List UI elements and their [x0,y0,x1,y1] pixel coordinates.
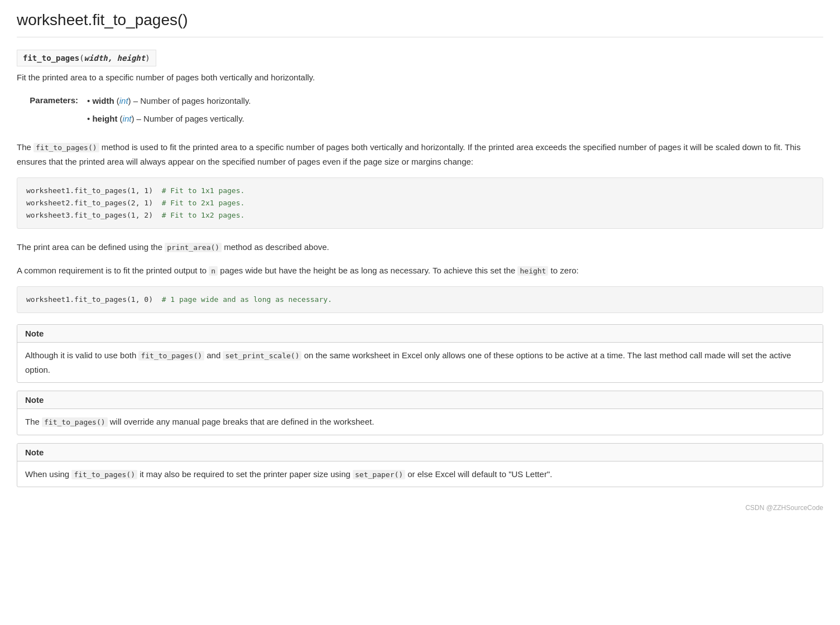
param-desc-width: – Number of pages horizontally. [133,96,251,105]
prose-1: The fit_to_pages() method is used to fit… [17,140,823,169]
param-name-height: height [92,114,117,123]
inline-code-fit-to-pages-2: fit_to_pages() [138,351,204,360]
note-box-2: Note The fit_to_pages() will override an… [17,391,823,435]
inline-code-print-area: print_area() [165,243,222,252]
code-comment: # Fit to 2x1 pages. [153,199,244,207]
note-content-2: The fit_to_pages() will override any man… [17,409,823,435]
code-line: worksheet1.fit_to_pages(1, 1) # Fit to 1… [26,185,814,197]
inline-code-fit-to-pages-3: fit_to_pages() [42,417,108,427]
code-line: worksheet2.fit_to_pages(2, 1) # Fit to 2… [26,197,814,209]
code-text: worksheet1.fit_to_pages(1, 0) [26,295,153,304]
note-title-2: Note [17,391,823,409]
parameters-label: Parameters: [17,94,78,130]
note-title-3: Note [17,444,823,461]
note-content-3: When using fit_to_pages() it may also be… [17,461,823,487]
param-type-height: int [123,114,132,123]
list-item: height (int) – Number of pages verticall… [87,112,251,126]
signature-name: fit_to_pages [23,54,79,62]
page-title: worksheet.fit_to_pages() [17,11,823,37]
short-description: Fit the printed area to a specific numbe… [17,71,823,84]
inline-code-height: height [517,266,548,276]
code-comment: # Fit to 1x1 pages. [153,186,244,195]
code-comment: # 1 page wide and as long as necessary. [153,295,332,304]
note-box-3: Note When using fit_to_pages() it may al… [17,443,823,488]
code-text: worksheet3.fit_to_pages(1, 2) [26,211,153,219]
code-line: worksheet1.fit_to_pages(1, 0) # 1 page w… [26,294,814,306]
parameters-list: width (int) – Number of pages horizontal… [87,94,251,130]
note-box-1: Note Although it is valid to use both fi… [17,324,823,383]
function-signature: fit_to_pages(width, height) [17,50,156,66]
code-comment: # Fit to 1x2 pages. [153,211,244,219]
inline-code-set-paper: set_paper() [353,470,405,479]
inline-code-set-print-scale: set_print_scale() [223,351,301,360]
inline-code-n: n [209,266,218,276]
code-text: worksheet2.fit_to_pages(2, 1) [26,199,153,207]
prose-2: The print area can be defined using the … [17,240,823,254]
param-desc-height: – Number of pages vertically. [137,114,244,123]
code-text: worksheet1.fit_to_pages(1, 1) [26,186,153,195]
code-block-2: worksheet1.fit_to_pages(1, 0) # 1 page w… [17,286,823,313]
code-line: worksheet3.fit_to_pages(1, 2) # Fit to 1… [26,209,814,222]
footer: CSDN @ZZHSourceCode [17,504,823,512]
signature-params: width, height [84,54,146,62]
param-type-width: int [119,96,128,105]
param-name-width: width [92,96,114,105]
prose-3: A common requirement is to fit the print… [17,263,823,278]
note-content-1: Although it is valid to use both fit_to_… [17,343,823,382]
note-title-1: Note [17,325,823,343]
code-block-1: worksheet1.fit_to_pages(1, 1) # Fit to 1… [17,177,823,229]
inline-code-fit-to-pages-1: fit_to_pages() [33,143,99,152]
list-item: width (int) – Number of pages horizontal… [87,94,251,108]
parameters-section: Parameters: width (int) – Number of page… [17,94,823,130]
inline-code-fit-to-pages-4: fit_to_pages() [71,470,137,479]
